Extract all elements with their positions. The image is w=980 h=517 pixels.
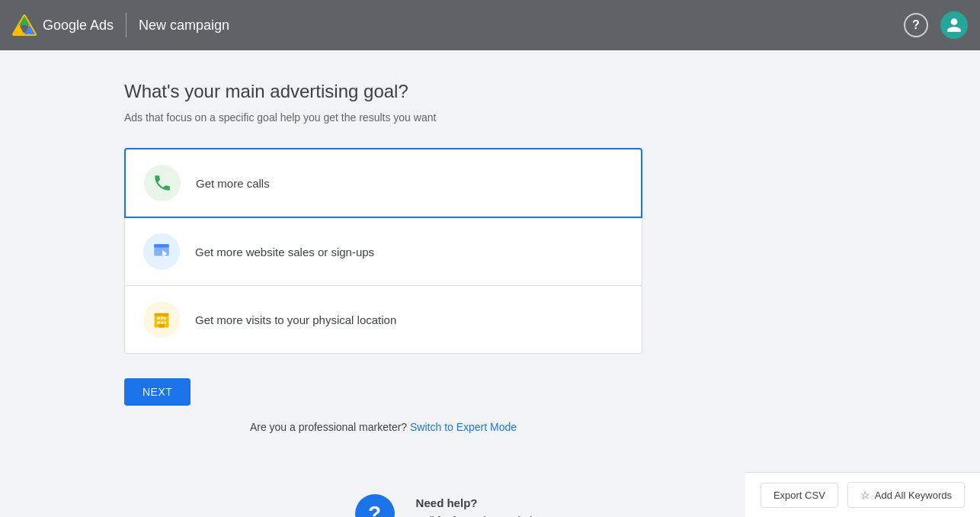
option-calls[interactable]: Get more calls xyxy=(124,148,642,218)
google-ads-logo xyxy=(12,13,37,37)
page-heading: What's your main advertising goal? xyxy=(124,81,856,102)
expert-mode-link[interactable]: Switch to Expert Mode xyxy=(410,421,517,433)
next-button[interactable]: NEXT xyxy=(124,378,191,406)
cursor-icon xyxy=(152,242,171,262)
help-description: Call for free ad setup help at 1800-200-… xyxy=(416,512,626,517)
add-keywords-button[interactable]: ☆ Add All Keywords xyxy=(847,482,965,508)
svg-rect-6 xyxy=(154,244,169,247)
add-keywords-label: Add All Keywords xyxy=(875,490,952,501)
logo-area: Google Ads xyxy=(12,13,114,37)
svg-rect-15 xyxy=(159,324,165,328)
building-icon xyxy=(151,309,172,330)
calls-icon-wrapper xyxy=(144,165,181,201)
header-divider xyxy=(126,13,127,37)
help-button[interactable]: ? xyxy=(904,13,928,37)
star-icon: ☆ xyxy=(860,489,870,501)
help-bubble-large: ? xyxy=(355,494,395,517)
option-website[interactable]: Get more website sales or sign-ups xyxy=(124,218,642,286)
help-icon-container: ? xyxy=(355,494,404,517)
help-text-block: Need help? Call for free ad setup help a… xyxy=(416,494,626,517)
option-location[interactable]: Get more visits to your physical locatio… xyxy=(124,286,642,354)
svg-rect-13 xyxy=(161,321,164,324)
app-header: Google Ads New campaign ? xyxy=(0,0,980,50)
website-label: Get more website sales or sign-ups xyxy=(195,246,374,258)
phone-icon xyxy=(152,173,172,193)
calls-label: Get more calls xyxy=(196,177,270,190)
location-label: Get more visits to your physical locatio… xyxy=(195,313,396,326)
avatar[interactable] xyxy=(940,11,968,39)
footer-bar: Export CSV ☆ Add All Keywords xyxy=(745,472,980,517)
page-title: New campaign xyxy=(139,18,229,34)
svg-rect-16 xyxy=(155,313,169,316)
header-actions: ? xyxy=(904,11,968,39)
pro-marketer-section: Are you a professional marketer? Switch … xyxy=(124,421,642,433)
svg-rect-11 xyxy=(165,317,166,320)
svg-rect-9 xyxy=(157,317,160,320)
page-subtext: Ads that focus on a specific goal help y… xyxy=(124,111,856,124)
pro-marketer-question: Are you a professional marketer? xyxy=(250,421,407,433)
svg-rect-12 xyxy=(157,321,160,324)
export-csv-button[interactable]: Export CSV xyxy=(761,483,838,508)
svg-rect-10 xyxy=(161,317,164,320)
goal-options: Get more calls Get more website sales or… xyxy=(124,148,642,354)
location-icon-wrapper xyxy=(143,301,180,338)
help-title: Need help? xyxy=(416,496,478,509)
person-icon xyxy=(946,17,962,34)
main-content: What's your main advertising goal? Ads t… xyxy=(109,50,871,517)
website-icon-wrapper xyxy=(143,233,180,270)
svg-rect-14 xyxy=(165,321,166,324)
app-name: Google Ads xyxy=(43,18,114,34)
